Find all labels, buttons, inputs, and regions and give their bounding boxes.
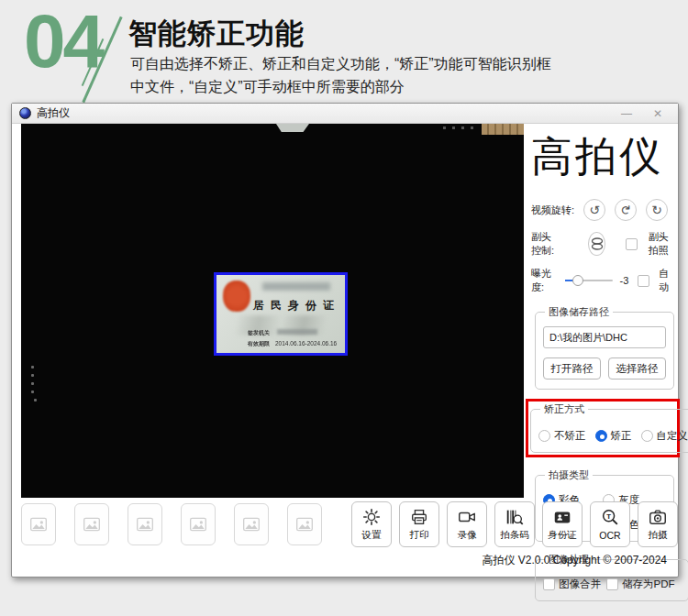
thumbnail-slot[interactable] bbox=[287, 503, 322, 545]
thumbnail-strip bbox=[21, 503, 322, 545]
capture-label: 拍摄 bbox=[649, 529, 668, 542]
preview-artifact-dot bbox=[461, 126, 464, 129]
storage-path-group: 图像储存路径 打开路径 选择路径 bbox=[535, 305, 674, 390]
open-path-button[interactable]: 打开路径 bbox=[543, 358, 601, 380]
preview-artifact-dot bbox=[31, 382, 34, 385]
ocr-button[interactable]: T OCR bbox=[590, 501, 630, 547]
description-line-2: 中文件，“自定义”可手动框中所需要的部分 bbox=[130, 79, 405, 94]
merge-option: 图像合并 bbox=[543, 578, 606, 591]
radio-custom[interactable] bbox=[641, 430, 653, 442]
settings-button[interactable]: 设置 bbox=[351, 501, 392, 547]
auto-exposure-label: 自动 bbox=[659, 267, 676, 294]
status-bar: 高拍仪 V2.0.0 Copyright © 2007-2024 bbox=[300, 553, 667, 568]
radio-correction[interactable] bbox=[595, 430, 607, 442]
record-video-button[interactable]: 录像 bbox=[447, 501, 487, 547]
preview-artifact-dot bbox=[31, 374, 34, 377]
scan-barcode-label: 拍条码 bbox=[500, 529, 529, 542]
section-title: 智能矫正功能 bbox=[128, 15, 305, 53]
processing-grid: 图像合并 储存为PDF bbox=[543, 578, 681, 591]
no-correction-label: 不矫正 bbox=[554, 429, 586, 443]
correction-label: 矫正 bbox=[611, 429, 632, 443]
barcode-icon bbox=[505, 507, 525, 527]
app-icon bbox=[19, 107, 31, 119]
correction-mode-group: 矫正方式 不矫正 矫正 自定义 bbox=[530, 402, 688, 453]
id-card-button[interactable]: 身份证 bbox=[542, 501, 583, 547]
preview-artifact-dot bbox=[443, 126, 446, 129]
image-placeholder-icon bbox=[189, 516, 207, 533]
ocr-label: OCR bbox=[599, 530, 620, 541]
camera-stand-artifact bbox=[276, 124, 309, 132]
card-issue-value-blur bbox=[277, 329, 317, 335]
auto-exposure-checkbox[interactable] bbox=[638, 275, 649, 287]
custom-label: 自定义 bbox=[657, 429, 688, 443]
thumbnail-slot[interactable] bbox=[234, 503, 269, 545]
thumbnail-slot[interactable] bbox=[21, 503, 56, 545]
path-buttons-row: 打开路径 选择路径 bbox=[543, 358, 666, 380]
video-rotation-label: 视频旋转: bbox=[531, 204, 574, 217]
camera-icon bbox=[648, 507, 668, 527]
card-issue-label: 签发机关 bbox=[248, 329, 270, 337]
exposure-value: -3 bbox=[620, 275, 629, 286]
id-card-detected: 居 民 身 份 证 签发机关 有效期限 2014.06.16-2024.06.1… bbox=[214, 272, 348, 356]
exposure-label: 曝光度: bbox=[531, 267, 560, 294]
slider-thumb[interactable] bbox=[572, 275, 583, 286]
minimize-button[interactable]: — bbox=[614, 107, 639, 120]
section-description: 可自由选择不矫正、矫正和自定义功能，“矫正”功能可智能识别框 中文件，“自定义”… bbox=[130, 53, 671, 99]
close-button[interactable]: ✕ bbox=[645, 107, 671, 120]
exposure-slider[interactable] bbox=[565, 275, 613, 286]
head-control-icon[interactable] bbox=[588, 232, 605, 256]
rotate-left-icon[interactable]: ↺ bbox=[583, 199, 605, 221]
gear-icon bbox=[361, 507, 382, 527]
print-button[interactable]: 打印 bbox=[399, 501, 439, 547]
card-validity-label: 有效期限 bbox=[248, 340, 270, 348]
printer-icon bbox=[409, 507, 429, 527]
head-photo-checkbox[interactable] bbox=[626, 238, 638, 250]
image-placeholder-icon bbox=[136, 516, 154, 533]
image-merge-checkbox[interactable] bbox=[543, 578, 555, 590]
correction-options-row: 不矫正 矫正 自定义 bbox=[538, 429, 688, 443]
settings-label: 设置 bbox=[362, 529, 382, 542]
exposure-row: 曝光度: -3 自动 bbox=[518, 267, 676, 294]
camera-preview[interactable]: 居 民 身 份 证 签发机关 有效期限 2014.06.16-2024.06.1… bbox=[21, 124, 524, 498]
head-photo-label: 副头拍照 bbox=[649, 230, 676, 258]
video-camera-icon bbox=[457, 507, 477, 527]
rotate-180-icon[interactable]: ↻ bbox=[615, 199, 637, 221]
thumbnail-slot[interactable] bbox=[181, 503, 216, 545]
save-pdf-label: 储存为PDF bbox=[622, 578, 675, 591]
ocr-magnifier-icon: T bbox=[600, 508, 620, 528]
tool-button-bar: 设置 打印 录像 bbox=[351, 501, 678, 547]
preview-artifact-dot bbox=[31, 390, 34, 393]
storage-path-input[interactable] bbox=[543, 326, 666, 348]
save-pdf-checkbox[interactable] bbox=[606, 578, 618, 590]
id-card-icon bbox=[552, 507, 572, 527]
image-placeholder-icon bbox=[295, 516, 314, 533]
capture-button[interactable]: 拍摄 bbox=[638, 501, 678, 547]
id-card-label: 身份证 bbox=[548, 529, 577, 542]
preview-artifact-dot bbox=[452, 126, 455, 129]
radio-no-correction[interactable] bbox=[538, 430, 550, 442]
national-emblem-blur bbox=[223, 280, 250, 312]
head-control-row: 副头控制: 副头拍照 bbox=[518, 230, 676, 258]
storage-path-label: 图像储存路径 bbox=[545, 305, 613, 319]
window-title: 高拍仪 bbox=[37, 105, 608, 121]
image-placeholder-icon bbox=[83, 516, 101, 533]
correction-mode-label: 矫正方式 bbox=[540, 402, 588, 416]
thumbnail-slot[interactable] bbox=[74, 503, 109, 545]
scan-barcode-button[interactable]: 拍条码 bbox=[494, 501, 535, 547]
choose-path-button[interactable]: 选择路径 bbox=[608, 358, 666, 380]
card-title: 居 民 身 份 证 bbox=[253, 298, 336, 314]
pdf-option: 储存为PDF bbox=[606, 578, 681, 591]
dual-head-icon bbox=[590, 236, 605, 251]
preview-artifact-dot bbox=[31, 366, 34, 368]
preview-artifact-dot bbox=[471, 126, 473, 129]
thumbnail-slot[interactable] bbox=[128, 503, 162, 545]
app-window: 高拍仪 — ✕ 居 民 身 份 证 签发机关 有效期限 2014.06.16-2… bbox=[11, 103, 679, 578]
rotate-right-icon[interactable]: ↻ bbox=[646, 199, 668, 221]
record-video-label: 录像 bbox=[458, 529, 477, 542]
preview-artifact-dot bbox=[34, 399, 37, 402]
head-control-label: 副头控制: bbox=[531, 230, 560, 258]
control-panel: 高拍仪 视频旋转: ↺ ↻ ↻ 副头控制: 副头拍照 曝光度: bbox=[518, 124, 676, 498]
window-titlebar: 高拍仪 — ✕ bbox=[12, 104, 678, 124]
video-rotation-row: 视频旋转: ↺ ↻ ↻ bbox=[518, 199, 676, 221]
brand-title: 高拍仪 bbox=[518, 129, 676, 184]
